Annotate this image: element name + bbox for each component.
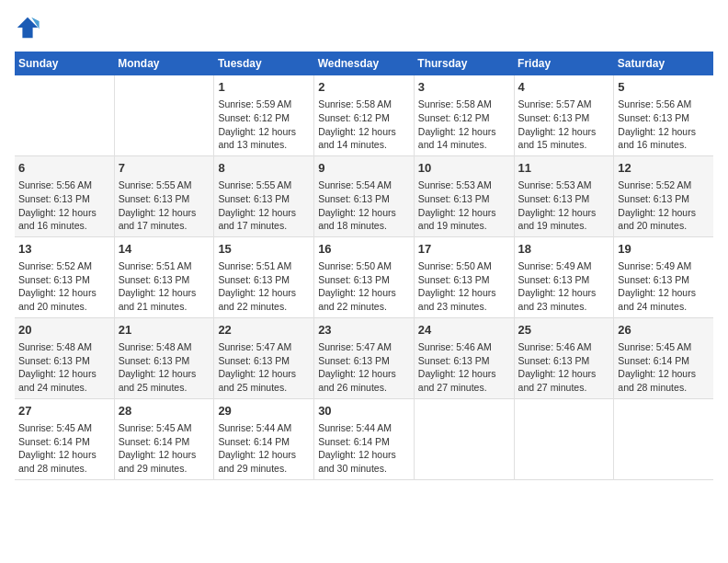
- calendar-week-row: 6Sunrise: 5:56 AM Sunset: 6:13 PM Daylig…: [15, 155, 713, 236]
- column-header-friday: Friday: [514, 52, 614, 75]
- day-info: Sunrise: 5:58 AM Sunset: 6:12 PM Dayligh…: [418, 98, 510, 152]
- day-info: Sunrise: 5:47 AM Sunset: 6:13 PM Dayligh…: [218, 340, 310, 395]
- calendar-week-row: 13Sunrise: 5:52 AM Sunset: 6:13 PM Dayli…: [15, 236, 713, 317]
- calendar-cell: [614, 398, 713, 479]
- day-number: 30: [318, 403, 410, 419]
- calendar-cell: 14Sunrise: 5:51 AM Sunset: 6:13 PM Dayli…: [114, 236, 214, 317]
- day-number: 14: [119, 241, 210, 258]
- day-number: 17: [418, 241, 510, 258]
- day-number: 9: [318, 160, 410, 177]
- day-info: Sunrise: 5:56 AM Sunset: 6:13 PM Dayligh…: [18, 178, 110, 233]
- day-info: Sunrise: 5:46 AM Sunset: 6:13 PM Dayligh…: [518, 340, 610, 395]
- day-number: 21: [119, 322, 210, 339]
- day-number: 10: [418, 160, 510, 177]
- day-number: 24: [418, 322, 510, 339]
- day-info: Sunrise: 5:55 AM Sunset: 6:13 PM Dayligh…: [119, 178, 210, 233]
- calendar-cell: 16Sunrise: 5:50 AM Sunset: 6:13 PM Dayli…: [314, 236, 415, 317]
- calendar-cell: 22Sunrise: 5:47 AM Sunset: 6:13 PM Dayli…: [214, 317, 314, 398]
- calendar-week-row: 1Sunrise: 5:59 AM Sunset: 6:12 PM Daylig…: [15, 75, 713, 155]
- day-number: 7: [119, 160, 210, 177]
- calendar-week-row: 20Sunrise: 5:48 AM Sunset: 6:13 PM Dayli…: [15, 317, 713, 398]
- day-info: Sunrise: 5:46 AM Sunset: 6:13 PM Dayligh…: [418, 340, 510, 395]
- calendar-cell: 4Sunrise: 5:57 AM Sunset: 6:13 PM Daylig…: [514, 75, 614, 155]
- day-number: 16: [318, 241, 410, 258]
- calendar-week-row: 27Sunrise: 5:45 AM Sunset: 6:14 PM Dayli…: [15, 398, 713, 479]
- day-info: Sunrise: 5:45 AM Sunset: 6:14 PM Dayligh…: [119, 421, 210, 476]
- calendar-header-row: SundayMondayTuesdayWednesdayThursdayFrid…: [15, 52, 713, 75]
- day-number: 12: [618, 160, 710, 177]
- calendar-cell: 26Sunrise: 5:45 AM Sunset: 6:14 PM Dayli…: [614, 317, 713, 398]
- calendar-cell: 30Sunrise: 5:44 AM Sunset: 6:14 PM Dayli…: [314, 398, 415, 479]
- calendar-cell: 24Sunrise: 5:46 AM Sunset: 6:13 PM Dayli…: [414, 317, 514, 398]
- calendar-cell: [114, 75, 214, 155]
- page-header: [15, 15, 713, 40]
- day-info: Sunrise: 5:49 AM Sunset: 6:13 PM Dayligh…: [618, 259, 710, 314]
- calendar-cell: 28Sunrise: 5:45 AM Sunset: 6:14 PM Dayli…: [114, 398, 214, 479]
- logo-icon: [15, 15, 40, 40]
- day-info: Sunrise: 5:44 AM Sunset: 6:14 PM Dayligh…: [318, 421, 410, 476]
- calendar-cell: [514, 398, 614, 479]
- day-info: Sunrise: 5:44 AM Sunset: 6:14 PM Dayligh…: [218, 421, 310, 476]
- calendar-cell: 9Sunrise: 5:54 AM Sunset: 6:13 PM Daylig…: [314, 155, 415, 236]
- day-number: 6: [18, 160, 110, 177]
- day-info: Sunrise: 5:47 AM Sunset: 6:13 PM Dayligh…: [318, 340, 410, 395]
- day-info: Sunrise: 5:48 AM Sunset: 6:13 PM Dayligh…: [119, 340, 210, 395]
- day-info: Sunrise: 5:45 AM Sunset: 6:14 PM Dayligh…: [618, 340, 710, 395]
- column-header-wednesday: Wednesday: [314, 52, 415, 75]
- day-number: 19: [618, 241, 710, 258]
- day-info: Sunrise: 5:53 AM Sunset: 6:13 PM Dayligh…: [418, 178, 510, 233]
- day-number: 27: [18, 403, 110, 419]
- day-number: 13: [18, 241, 110, 258]
- calendar-cell: 7Sunrise: 5:55 AM Sunset: 6:13 PM Daylig…: [114, 155, 214, 236]
- day-number: 8: [218, 160, 310, 177]
- day-info: Sunrise: 5:51 AM Sunset: 6:13 PM Dayligh…: [218, 259, 310, 314]
- column-header-thursday: Thursday: [414, 52, 514, 75]
- day-number: 28: [119, 403, 210, 419]
- day-info: Sunrise: 5:48 AM Sunset: 6:13 PM Dayligh…: [18, 340, 110, 395]
- column-header-saturday: Saturday: [614, 52, 713, 75]
- day-info: Sunrise: 5:50 AM Sunset: 6:13 PM Dayligh…: [318, 259, 410, 314]
- calendar-cell: [15, 75, 114, 155]
- calendar-cell: 6Sunrise: 5:56 AM Sunset: 6:13 PM Daylig…: [15, 155, 114, 236]
- day-number: 26: [618, 322, 710, 339]
- calendar-cell: 19Sunrise: 5:49 AM Sunset: 6:13 PM Dayli…: [614, 236, 713, 317]
- calendar-cell: 25Sunrise: 5:46 AM Sunset: 6:13 PM Dayli…: [514, 317, 614, 398]
- day-number: 2: [318, 79, 410, 96]
- calendar-cell: 18Sunrise: 5:49 AM Sunset: 6:13 PM Dayli…: [514, 236, 614, 317]
- day-number: 4: [518, 79, 610, 96]
- calendar-cell: 23Sunrise: 5:47 AM Sunset: 6:13 PM Dayli…: [314, 317, 415, 398]
- day-number: 20: [18, 322, 110, 339]
- day-info: Sunrise: 5:45 AM Sunset: 6:14 PM Dayligh…: [18, 421, 110, 476]
- calendar-cell: 1Sunrise: 5:59 AM Sunset: 6:12 PM Daylig…: [214, 75, 314, 155]
- day-info: Sunrise: 5:54 AM Sunset: 6:13 PM Dayligh…: [318, 178, 410, 233]
- calendar-cell: 2Sunrise: 5:58 AM Sunset: 6:12 PM Daylig…: [314, 75, 415, 155]
- calendar-cell: 5Sunrise: 5:56 AM Sunset: 6:13 PM Daylig…: [614, 75, 713, 155]
- day-info: Sunrise: 5:59 AM Sunset: 6:12 PM Dayligh…: [218, 98, 310, 152]
- calendar-table: SundayMondayTuesdayWednesdayThursdayFrid…: [15, 52, 713, 480]
- day-info: Sunrise: 5:50 AM Sunset: 6:13 PM Dayligh…: [418, 259, 510, 314]
- calendar-cell: 17Sunrise: 5:50 AM Sunset: 6:13 PM Dayli…: [414, 236, 514, 317]
- day-info: Sunrise: 5:55 AM Sunset: 6:13 PM Dayligh…: [218, 178, 310, 233]
- calendar-cell: 15Sunrise: 5:51 AM Sunset: 6:13 PM Dayli…: [214, 236, 314, 317]
- day-number: 18: [518, 241, 610, 258]
- day-number: 29: [218, 403, 310, 419]
- day-number: 23: [318, 322, 410, 339]
- calendar-cell: [414, 398, 514, 479]
- day-number: 22: [218, 322, 310, 339]
- day-info: Sunrise: 5:51 AM Sunset: 6:13 PM Dayligh…: [119, 259, 210, 314]
- day-number: 5: [618, 79, 710, 96]
- calendar-cell: 12Sunrise: 5:52 AM Sunset: 6:13 PM Dayli…: [614, 155, 713, 236]
- day-number: 11: [518, 160, 610, 177]
- day-info: Sunrise: 5:57 AM Sunset: 6:13 PM Dayligh…: [518, 98, 610, 152]
- day-info: Sunrise: 5:53 AM Sunset: 6:13 PM Dayligh…: [518, 178, 610, 233]
- calendar-cell: 11Sunrise: 5:53 AM Sunset: 6:13 PM Dayli…: [514, 155, 614, 236]
- column-header-monday: Monday: [114, 52, 214, 75]
- calendar-cell: 3Sunrise: 5:58 AM Sunset: 6:12 PM Daylig…: [414, 75, 514, 155]
- calendar-cell: 29Sunrise: 5:44 AM Sunset: 6:14 PM Dayli…: [214, 398, 314, 479]
- logo: [15, 15, 44, 40]
- day-info: Sunrise: 5:52 AM Sunset: 6:13 PM Dayligh…: [618, 178, 710, 233]
- day-info: Sunrise: 5:49 AM Sunset: 6:13 PM Dayligh…: [518, 259, 610, 314]
- day-number: 25: [518, 322, 610, 339]
- column-header-tuesday: Tuesday: [214, 52, 314, 75]
- day-info: Sunrise: 5:56 AM Sunset: 6:13 PM Dayligh…: [618, 98, 710, 152]
